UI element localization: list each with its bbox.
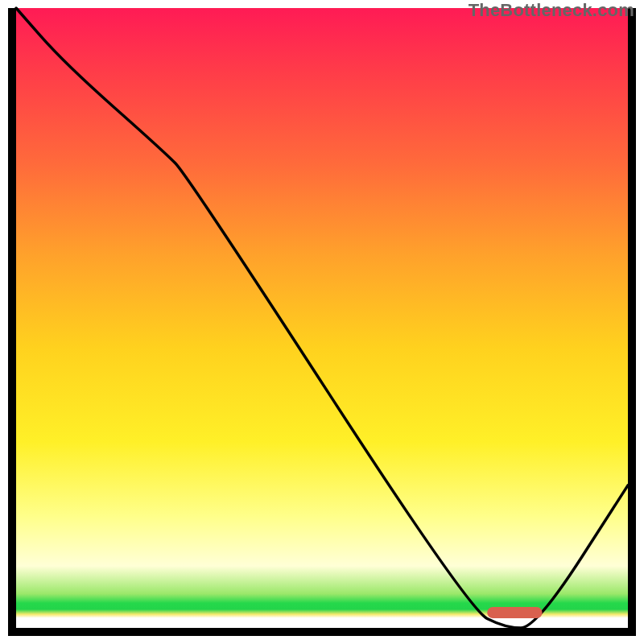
watermark-text: TheBottleneck.com bbox=[469, 0, 634, 21]
optimal-range-marker bbox=[487, 607, 542, 618]
frame-left bbox=[8, 8, 16, 636]
chart-stage: TheBottleneck.com bbox=[0, 0, 644, 644]
marker-layer bbox=[16, 8, 628, 628]
frame-right bbox=[628, 8, 636, 636]
frame-bottom bbox=[8, 628, 636, 636]
